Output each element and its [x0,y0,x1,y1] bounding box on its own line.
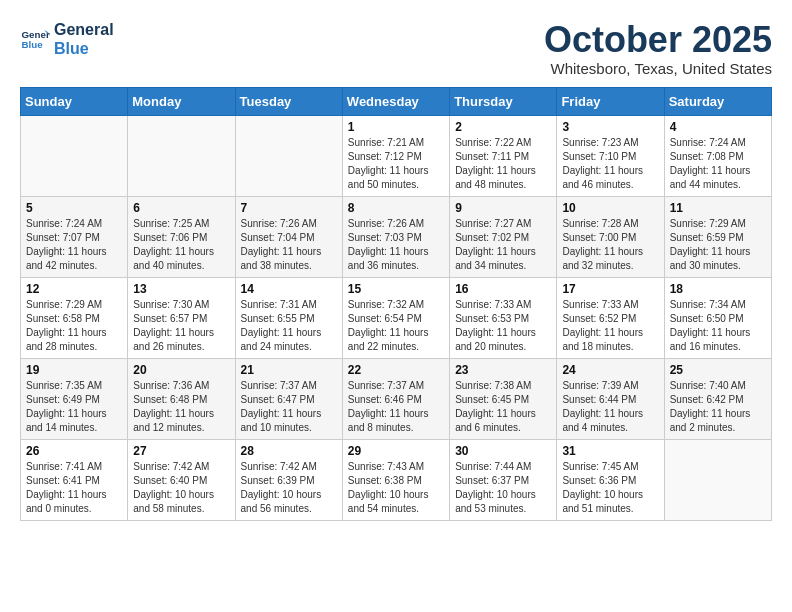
calendar-cell [235,115,342,196]
day-number: 15 [348,282,444,296]
day-number: 31 [562,444,658,458]
svg-text:General: General [22,29,51,40]
calendar-cell [128,115,235,196]
calendar-week-row: 1Sunrise: 7:21 AM Sunset: 7:12 PM Daylig… [21,115,772,196]
day-info: Sunrise: 7:30 AM Sunset: 6:57 PM Dayligh… [133,298,229,354]
calendar-cell [664,439,771,520]
calendar-cell: 21Sunrise: 7:37 AM Sunset: 6:47 PM Dayli… [235,358,342,439]
day-number: 13 [133,282,229,296]
day-info: Sunrise: 7:29 AM Sunset: 6:59 PM Dayligh… [670,217,766,273]
day-info: Sunrise: 7:26 AM Sunset: 7:04 PM Dayligh… [241,217,337,273]
calendar-week-row: 19Sunrise: 7:35 AM Sunset: 6:49 PM Dayli… [21,358,772,439]
day-info: Sunrise: 7:34 AM Sunset: 6:50 PM Dayligh… [670,298,766,354]
day-info: Sunrise: 7:38 AM Sunset: 6:45 PM Dayligh… [455,379,551,435]
weekday-header: Saturday [664,87,771,115]
day-number: 29 [348,444,444,458]
logo: General Blue General Blue [20,20,114,58]
calendar-header-row: SundayMondayTuesdayWednesdayThursdayFrid… [21,87,772,115]
day-info: Sunrise: 7:25 AM Sunset: 7:06 PM Dayligh… [133,217,229,273]
day-number: 23 [455,363,551,377]
day-number: 19 [26,363,122,377]
day-info: Sunrise: 7:33 AM Sunset: 6:52 PM Dayligh… [562,298,658,354]
day-info: Sunrise: 7:39 AM Sunset: 6:44 PM Dayligh… [562,379,658,435]
svg-text:Blue: Blue [22,39,44,50]
calendar-cell: 26Sunrise: 7:41 AM Sunset: 6:41 PM Dayli… [21,439,128,520]
calendar-cell: 29Sunrise: 7:43 AM Sunset: 6:38 PM Dayli… [342,439,449,520]
day-info: Sunrise: 7:24 AM Sunset: 7:08 PM Dayligh… [670,136,766,192]
day-number: 16 [455,282,551,296]
day-info: Sunrise: 7:40 AM Sunset: 6:42 PM Dayligh… [670,379,766,435]
day-number: 4 [670,120,766,134]
calendar-cell: 3Sunrise: 7:23 AM Sunset: 7:10 PM Daylig… [557,115,664,196]
calendar-cell: 23Sunrise: 7:38 AM Sunset: 6:45 PM Dayli… [450,358,557,439]
day-number: 12 [26,282,122,296]
logo-line2: Blue [54,39,114,58]
day-info: Sunrise: 7:36 AM Sunset: 6:48 PM Dayligh… [133,379,229,435]
calendar-cell: 15Sunrise: 7:32 AM Sunset: 6:54 PM Dayli… [342,277,449,358]
day-info: Sunrise: 7:41 AM Sunset: 6:41 PM Dayligh… [26,460,122,516]
calendar-cell: 17Sunrise: 7:33 AM Sunset: 6:52 PM Dayli… [557,277,664,358]
calendar-cell: 9Sunrise: 7:27 AM Sunset: 7:02 PM Daylig… [450,196,557,277]
day-info: Sunrise: 7:44 AM Sunset: 6:37 PM Dayligh… [455,460,551,516]
weekday-header: Sunday [21,87,128,115]
calendar-cell: 1Sunrise: 7:21 AM Sunset: 7:12 PM Daylig… [342,115,449,196]
day-number: 6 [133,201,229,215]
weekday-header: Friday [557,87,664,115]
day-info: Sunrise: 7:45 AM Sunset: 6:36 PM Dayligh… [562,460,658,516]
calendar-cell: 16Sunrise: 7:33 AM Sunset: 6:53 PM Dayli… [450,277,557,358]
day-info: Sunrise: 7:31 AM Sunset: 6:55 PM Dayligh… [241,298,337,354]
day-number: 5 [26,201,122,215]
day-number: 20 [133,363,229,377]
day-info: Sunrise: 7:27 AM Sunset: 7:02 PM Dayligh… [455,217,551,273]
calendar-cell: 12Sunrise: 7:29 AM Sunset: 6:58 PM Dayli… [21,277,128,358]
calendar-cell: 25Sunrise: 7:40 AM Sunset: 6:42 PM Dayli… [664,358,771,439]
calendar-cell: 20Sunrise: 7:36 AM Sunset: 6:48 PM Dayli… [128,358,235,439]
calendar-week-row: 12Sunrise: 7:29 AM Sunset: 6:58 PM Dayli… [21,277,772,358]
day-info: Sunrise: 7:32 AM Sunset: 6:54 PM Dayligh… [348,298,444,354]
day-info: Sunrise: 7:24 AM Sunset: 7:07 PM Dayligh… [26,217,122,273]
day-number: 30 [455,444,551,458]
day-number: 14 [241,282,337,296]
day-number: 21 [241,363,337,377]
calendar-cell: 10Sunrise: 7:28 AM Sunset: 7:00 PM Dayli… [557,196,664,277]
day-number: 11 [670,201,766,215]
logo-line1: General [54,20,114,39]
weekday-header: Wednesday [342,87,449,115]
day-number: 27 [133,444,229,458]
day-number: 8 [348,201,444,215]
calendar-cell [21,115,128,196]
weekday-header: Tuesday [235,87,342,115]
day-info: Sunrise: 7:28 AM Sunset: 7:00 PM Dayligh… [562,217,658,273]
day-number: 18 [670,282,766,296]
calendar-cell: 22Sunrise: 7:37 AM Sunset: 6:46 PM Dayli… [342,358,449,439]
day-number: 26 [26,444,122,458]
day-number: 25 [670,363,766,377]
calendar-cell: 8Sunrise: 7:26 AM Sunset: 7:03 PM Daylig… [342,196,449,277]
weekday-header: Monday [128,87,235,115]
calendar-cell: 4Sunrise: 7:24 AM Sunset: 7:08 PM Daylig… [664,115,771,196]
day-info: Sunrise: 7:33 AM Sunset: 6:53 PM Dayligh… [455,298,551,354]
day-info: Sunrise: 7:42 AM Sunset: 6:39 PM Dayligh… [241,460,337,516]
day-number: 9 [455,201,551,215]
calendar-cell: 11Sunrise: 7:29 AM Sunset: 6:59 PM Dayli… [664,196,771,277]
day-info: Sunrise: 7:26 AM Sunset: 7:03 PM Dayligh… [348,217,444,273]
calendar-cell: 13Sunrise: 7:30 AM Sunset: 6:57 PM Dayli… [128,277,235,358]
calendar-cell: 28Sunrise: 7:42 AM Sunset: 6:39 PM Dayli… [235,439,342,520]
day-info: Sunrise: 7:23 AM Sunset: 7:10 PM Dayligh… [562,136,658,192]
day-info: Sunrise: 7:29 AM Sunset: 6:58 PM Dayligh… [26,298,122,354]
calendar-cell: 31Sunrise: 7:45 AM Sunset: 6:36 PM Dayli… [557,439,664,520]
logo-icon: General Blue [20,24,50,54]
location-subtitle: Whitesboro, Texas, United States [544,60,772,77]
day-number: 28 [241,444,337,458]
calendar-cell: 27Sunrise: 7:42 AM Sunset: 6:40 PM Dayli… [128,439,235,520]
day-number: 7 [241,201,337,215]
calendar-cell: 7Sunrise: 7:26 AM Sunset: 7:04 PM Daylig… [235,196,342,277]
calendar-cell: 5Sunrise: 7:24 AM Sunset: 7:07 PM Daylig… [21,196,128,277]
calendar-week-row: 5Sunrise: 7:24 AM Sunset: 7:07 PM Daylig… [21,196,772,277]
day-number: 22 [348,363,444,377]
day-info: Sunrise: 7:37 AM Sunset: 6:46 PM Dayligh… [348,379,444,435]
calendar-cell: 2Sunrise: 7:22 AM Sunset: 7:11 PM Daylig… [450,115,557,196]
weekday-header: Thursday [450,87,557,115]
calendar-cell: 30Sunrise: 7:44 AM Sunset: 6:37 PM Dayli… [450,439,557,520]
calendar-cell: 6Sunrise: 7:25 AM Sunset: 7:06 PM Daylig… [128,196,235,277]
